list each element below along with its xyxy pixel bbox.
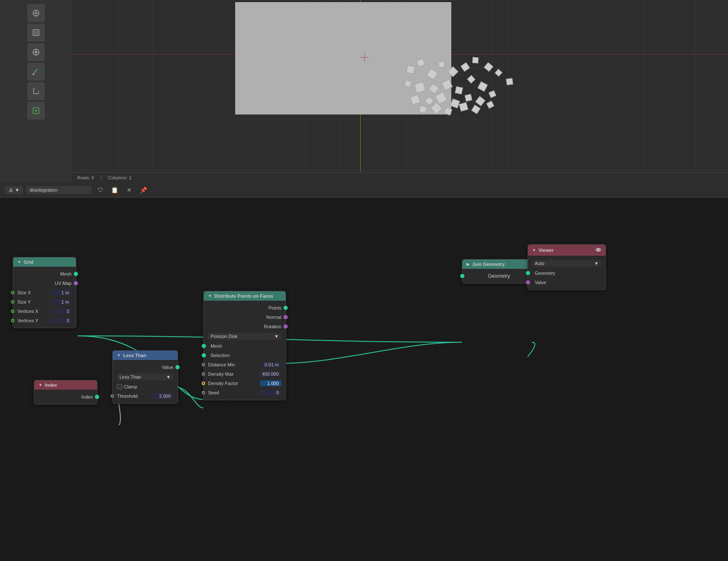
grid-uvmap-output: UV Map [13, 279, 76, 288]
move-tool-btn[interactable] [27, 43, 45, 61]
distribute-selection-input: Selection [204, 351, 286, 360]
cursor-tool-btn[interactable] [27, 4, 45, 22]
node-index[interactable]: ▼ Index Index [34, 380, 97, 405]
distribute-points-socket[interactable] [283, 306, 288, 310]
svg-point-8 [35, 51, 37, 53]
distribute-densmax-value[interactable]: 400.000 [259, 371, 281, 377]
lessthan-threshold-socket[interactable] [111, 394, 114, 398]
scatter-cubes [403, 57, 538, 117]
viewer-value-socket[interactable] [526, 280, 530, 285]
distribute-rotation-output: Rotation [204, 322, 286, 331]
grid-verticesy-socket[interactable] [11, 319, 14, 322]
grid-collapse-arrow[interactable]: ▼ [17, 260, 21, 264]
distribute-normal-socket[interactable] [283, 315, 288, 319]
viewer-eye-icon[interactable]: 👁 [595, 247, 601, 254]
lessthan-dropdown-row: Less Than ▼ [113, 372, 178, 382]
grid-sizex-socket[interactable] [11, 291, 14, 294]
grid-verticesy-row: Vertices Y 3 [13, 316, 76, 325]
distribute-densmax-row: Density Max 400.000 [204, 369, 286, 379]
lessthan-dropdown[interactable]: Less Than ▼ [117, 374, 173, 380]
distribute-densmax-socket[interactable] [202, 372, 205, 376]
measure-tool-btn[interactable] [27, 82, 45, 100]
distribute-distmin-row: Distance Min 0.01 m [204, 360, 286, 369]
lessthan-threshold-label: Threshold [117, 394, 138, 399]
distribute-densfactor-socket[interactable] [202, 382, 205, 385]
render-btn[interactable]: 🖨 ▼ [5, 186, 23, 194]
distribute-title: Distribute Points on Faces [214, 293, 273, 299]
viewport-area: Rows: 4 Columns: 1 [0, 0, 728, 182]
distribute-densfactor-row: Density Factor 1.000 [204, 379, 286, 388]
index-output-label: Index [81, 394, 93, 399]
close-btn[interactable]: ✕ [124, 184, 135, 195]
grid-title: Grid [24, 260, 33, 265]
index-collapse-arrow[interactable]: ▼ [39, 383, 42, 387]
node-tree-name-input[interactable] [26, 186, 92, 194]
distribute-dropdown-arrow: ▼ [274, 334, 279, 339]
grid-uvmap-socket[interactable] [74, 281, 78, 285]
join-collapse-arrow[interactable]: ▶ [467, 262, 470, 266]
viewer-geometry-input: Geometry [528, 268, 606, 278]
shield-btn[interactable]: 🛡 [95, 184, 106, 195]
distribute-dropdown-row: Poisson Disk ▼ [204, 331, 286, 341]
grid-sizey-row: Size Y 1 m [13, 297, 76, 307]
distribute-seed-socket[interactable] [202, 391, 205, 394]
distribute-seed-value[interactable]: 0 [260, 390, 281, 396]
join-geometry-input-socket[interactable] [460, 274, 464, 278]
lessthan-collapse-arrow[interactable]: ▼ [117, 353, 121, 357]
lessthan-clamp-label: Clamp [124, 384, 137, 389]
viewer-dropdown[interactable]: Auto ▼ [532, 260, 601, 267]
add-object-btn[interactable] [27, 102, 45, 120]
distribute-dropdown[interactable]: Poisson Disk ▼ [208, 333, 281, 340]
render-icon: 🖨 [8, 187, 13, 193]
viewer-value-input: Value [528, 278, 606, 287]
grid-sizey-label: Size Y [17, 299, 31, 304]
node-viewer-header: ▼ Viewer 👁 [528, 245, 606, 256]
node-connections-svg [0, 213, 728, 561]
node-viewer[interactable]: ▼ Viewer 👁 Auto ▼ Geometry [528, 244, 606, 290]
distribute-selection-socket[interactable] [202, 353, 206, 357]
node-grid-body: Mesh UV Map Size X 1 m Size Y 1 m [13, 267, 76, 328]
viewer-dropdown-value: Auto [535, 261, 545, 266]
grid-mesh-output: Mesh [13, 269, 76, 279]
index-output-socket[interactable] [95, 395, 99, 399]
grid-verticesx-value[interactable]: 3 [50, 308, 72, 314]
grid-mesh-socket[interactable] [74, 272, 78, 276]
distribute-mesh-socket[interactable] [202, 344, 206, 348]
distribute-distmin-socket[interactable] [202, 363, 205, 366]
distribute-densfactor-value[interactable]: 1.000 [260, 380, 281, 386]
grid-verticesy-value[interactable]: 3 [50, 318, 72, 324]
distribute-dropdown-value: Poisson Disk [211, 334, 238, 339]
distribute-collapse-arrow[interactable]: ▼ [208, 294, 212, 298]
distribute-points-output: Points [204, 303, 286, 313]
node-distribute[interactable]: ▼ Distribute Points on Faces Points Norm… [203, 291, 286, 400]
node-index-header: ▼ Index [34, 380, 97, 390]
grid-sizey-value[interactable]: 1 m [50, 299, 72, 305]
lessthan-clamp-row: Clamp [113, 382, 178, 391]
node-grid[interactable]: ▼ Grid Mesh UV Map Size X 1 m [13, 257, 76, 328]
lessthan-clamp-checkbox[interactable] [117, 384, 122, 389]
node-lessthan[interactable]: ▼ Less Than Value Less Than ▼ Clamp [112, 350, 178, 404]
viewer-collapse-arrow[interactable]: ▼ [532, 248, 536, 252]
node-join-header: ▶ Join Geometry [462, 260, 536, 269]
lessthan-output-socket[interactable] [175, 365, 180, 369]
join-title: Join Geometry [472, 262, 505, 267]
copy-btn[interactable]: 📋 [109, 184, 120, 195]
lessthan-value-label: Value [162, 365, 173, 370]
draw-tool-btn[interactable] [27, 63, 45, 81]
node-lessthan-body: Value Less Than ▼ Clamp Threshold 2.0 [113, 360, 178, 403]
select-tool-btn[interactable] [27, 24, 45, 42]
distribute-mesh-label: Mesh [208, 343, 222, 349]
distribute-mesh-input: Mesh [204, 341, 286, 351]
viewer-geometry-socket[interactable] [526, 271, 530, 275]
grid-sizex-value[interactable]: 1 m [50, 290, 72, 296]
pin-btn[interactable]: 📌 [138, 184, 149, 195]
svg-rect-4 [34, 31, 38, 35]
lessthan-threshold-value[interactable]: 2.000 [152, 393, 173, 399]
grid-sizey-socket[interactable] [11, 300, 14, 304]
distribute-rotation-socket[interactable] [283, 324, 288, 329]
grid-verticesx-socket[interactable] [11, 310, 14, 313]
node-join-geometry[interactable]: ▶ Join Geometry Geometry [462, 259, 536, 284]
distribute-densfactor-label: Density Factor [208, 381, 238, 386]
node-editor: 🖨 ▼ 🛡 📋 ✕ 📌 ▼ Grid [0, 182, 728, 561]
distribute-distmin-value[interactable]: 0.01 m [260, 362, 281, 368]
